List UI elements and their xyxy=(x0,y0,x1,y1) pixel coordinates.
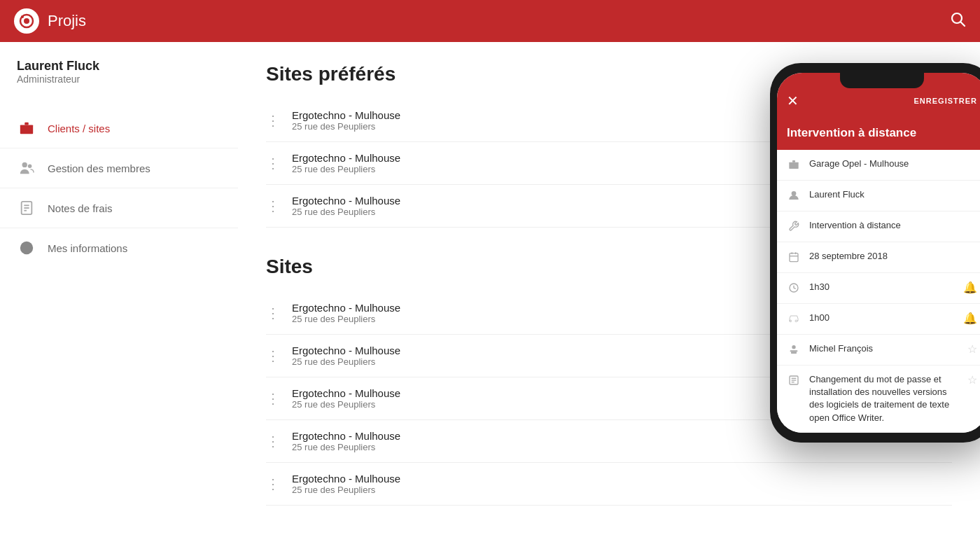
item-menu-icon[interactable]: ⋮ xyxy=(266,197,281,214)
svg-rect-15 xyxy=(792,160,795,162)
person-name: Michel François xyxy=(809,342,959,355)
receipt-icon xyxy=(17,198,36,218)
alarm-icon[interactable]: 🔔 xyxy=(963,281,977,294)
site-info: Ergotechno - Mulhouse 25 rue des Peuplie… xyxy=(292,473,952,495)
app-logo xyxy=(14,8,39,34)
phone-close-icon[interactable]: ✕ xyxy=(787,92,799,109)
phone-row-time2: 1h00 🔔 xyxy=(777,304,980,335)
svg-line-4 xyxy=(961,22,965,27)
phone-notch xyxy=(840,73,924,88)
alarm2-icon[interactable]: 🔔 xyxy=(963,312,977,325)
phone-row-garage: Garage Opel - Mulhouse xyxy=(777,150,980,181)
search-icon[interactable] xyxy=(949,11,966,32)
phone-row-notes: Changement du mot de passe et installati… xyxy=(777,366,980,433)
time1-value: 1h30 xyxy=(809,281,955,293)
svg-rect-17 xyxy=(790,253,798,262)
time2-value: 1h00 xyxy=(809,312,955,324)
user-circle-icon xyxy=(17,238,36,258)
sidebar-item-info-label: Mes informations xyxy=(48,242,127,254)
sidebar-item-notes-label: Notes de frais xyxy=(48,202,113,214)
notes-text: Changement du mot de passe et installati… xyxy=(809,373,959,424)
svg-rect-5 xyxy=(20,125,33,134)
building-icon xyxy=(17,118,36,138)
phone-screen: ✕ ENREGISTRER Intervention à distance Ga… xyxy=(777,73,980,433)
phone-row-time1: 1h30 🔔 xyxy=(777,273,980,304)
sidebar-item-members[interactable]: Gestion des membres xyxy=(0,148,238,188)
svg-point-16 xyxy=(792,191,797,196)
item-menu-icon[interactable]: ⋮ xyxy=(266,475,281,492)
svg-point-1 xyxy=(24,18,29,24)
building-icon xyxy=(787,159,801,172)
calendar-icon xyxy=(787,251,801,265)
notes-icon xyxy=(787,375,801,388)
wrench-icon xyxy=(787,221,801,234)
sidebar-item-notes[interactable]: Notes de frais xyxy=(0,188,238,228)
main-content: Sites préférés ⋮ Ergotechno - Mulhouse 2… xyxy=(238,42,980,542)
user-name-row: Laurent Fluck xyxy=(809,188,977,201)
sidebar-item-info[interactable]: Mes informations xyxy=(0,228,238,267)
user-profile: Laurent Fluck Administrateur xyxy=(0,59,238,102)
site-address: 25 rue des Peupliers xyxy=(292,485,952,495)
phone-title: Intervention à distance xyxy=(777,120,980,150)
car-icon xyxy=(787,313,801,326)
person2-icon xyxy=(787,344,801,357)
phone-row-user: Laurent Fluck xyxy=(777,181,980,211)
svg-point-7 xyxy=(22,162,27,167)
svg-rect-24 xyxy=(791,352,797,354)
sidebar-nav: Clients / sites Gestion des membres xyxy=(0,109,238,267)
users-icon xyxy=(17,158,36,178)
user-name: Laurent Fluck xyxy=(17,59,221,74)
item-menu-icon[interactable]: ⋮ xyxy=(266,433,281,450)
svg-point-8 xyxy=(28,165,32,169)
user-role: Administrateur xyxy=(17,74,221,85)
clock-icon xyxy=(787,282,801,296)
site-item: ⋮ Ergotechno - Mulhouse 25 rue des Peupl… xyxy=(266,463,952,506)
user-icon xyxy=(787,190,801,203)
intervention-type: Intervention à distance xyxy=(809,219,977,232)
phone-save-button[interactable]: ENREGISTRER xyxy=(914,97,977,105)
phone-row-intervention: Intervention à distance xyxy=(777,211,980,242)
site-name: Ergotechno - Mulhouse xyxy=(292,473,952,485)
app-title: Projis xyxy=(48,12,86,30)
phone-body: Garage Opel - Mulhouse Laurent Fluck xyxy=(777,150,980,433)
empty-star-icon[interactable]: ☆ xyxy=(967,342,977,356)
item-menu-icon[interactable]: ⋮ xyxy=(266,305,281,321)
layout: Laurent Fluck Administrateur Clients / s… xyxy=(0,42,980,542)
svg-rect-14 xyxy=(789,162,798,169)
item-menu-icon[interactable]: ⋮ xyxy=(266,347,281,364)
phone-frame: ✕ ENREGISTRER Intervention à distance Ga… xyxy=(770,63,980,443)
item-menu-icon[interactable]: ⋮ xyxy=(266,390,281,407)
svg-point-13 xyxy=(20,242,33,254)
svg-point-2 xyxy=(21,15,24,18)
sidebar-item-members-label: Gestion des membres xyxy=(48,162,150,174)
phone-row-person: Michel François ☆ xyxy=(777,335,980,366)
garage-name: Garage Opel - Mulhouse xyxy=(809,158,977,170)
svg-rect-6 xyxy=(24,123,29,125)
item-menu-icon[interactable]: ⋮ xyxy=(266,112,281,129)
phone-mockup: ✕ ENREGISTRER Intervention à distance Ga… xyxy=(770,63,980,443)
sidebar-item-clients[interactable]: Clients / sites xyxy=(0,109,238,148)
sidebar: Laurent Fluck Administrateur Clients / s… xyxy=(0,42,238,542)
date-value: 28 septembre 2018 xyxy=(809,250,977,263)
site-address: 25 rue des Peupliers xyxy=(292,442,952,452)
topbar: Projis xyxy=(0,0,980,42)
item-menu-icon[interactable]: ⋮ xyxy=(266,155,281,172)
sidebar-item-clients-label: Clients / sites xyxy=(48,123,110,134)
svg-point-22 xyxy=(792,345,795,349)
svg-rect-23 xyxy=(790,350,798,352)
phone-row-date: 28 septembre 2018 xyxy=(777,242,980,273)
topbar-left: Projis xyxy=(14,8,86,34)
empty-star2-icon[interactable]: ☆ xyxy=(967,373,977,387)
